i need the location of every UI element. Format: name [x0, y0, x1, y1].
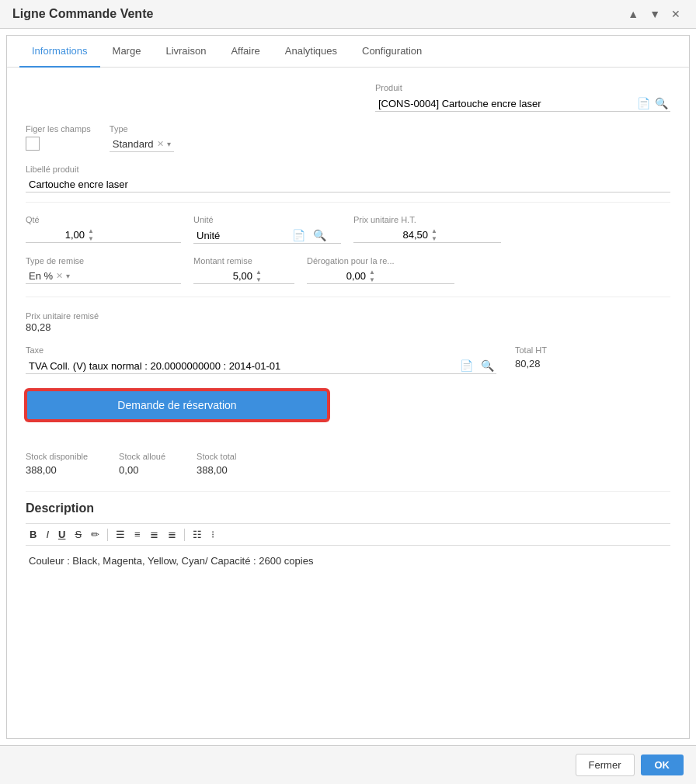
libelle-input[interactable] — [26, 177, 670, 193]
type-arrow-icon[interactable]: ▾ — [167, 140, 171, 148]
prix-ht-label: Prix unitaire H.T. — [353, 215, 501, 224]
stock-total-value: 388,00 — [197, 464, 236, 476]
tab-analytiques[interactable]: Analytiques — [273, 36, 350, 68]
remise-row: Type de remise En % ✕ ▾ Montant remise ▲… — [26, 256, 670, 284]
tab-informations[interactable]: Informations — [19, 36, 100, 68]
derogation-input[interactable] — [307, 269, 369, 283]
price-field: Prix unitaire H.T. ▲ ▼ — [353, 215, 501, 243]
unit-doc-icon[interactable]: 📄 — [290, 227, 308, 243]
align-left-button[interactable]: ☰ — [112, 527, 129, 542]
montant-up-icon[interactable]: ▲ — [256, 269, 262, 276]
toolbar-separator-1 — [107, 529, 108, 541]
produit-doc-icon[interactable]: 📄 — [635, 95, 652, 111]
derogation-up-icon[interactable]: ▲ — [369, 269, 375, 276]
type-remise-arrow-icon[interactable]: ▾ — [66, 272, 70, 280]
type-field: Type Standard ✕ ▾ — [110, 124, 174, 152]
type-remise-select: En % ✕ ▾ — [26, 269, 181, 284]
montant-remise-input[interactable] — [193, 269, 256, 283]
minimize-button[interactable]: ▲ — [625, 6, 642, 22]
unit-field: Unité 📄 🔍 — [193, 215, 341, 244]
tab-livraison[interactable]: Livraison — [153, 36, 218, 68]
unit-input-wrap: 📄 🔍 — [193, 227, 341, 244]
taxe-search-icon[interactable]: 🔍 — [478, 358, 496, 373]
derogation-down-icon[interactable]: ▼ — [369, 276, 375, 284]
montant-down-icon[interactable]: ▼ — [256, 276, 262, 284]
prix-remise-row: Prix unitaire remisé 80,28 — [26, 310, 670, 333]
prix-ht-input[interactable] — [353, 227, 431, 242]
brush-button[interactable]: ✏ — [87, 527, 103, 542]
main-window: Ligne Commande Vente ▲ ▼ ✕ Informations … — [0, 0, 696, 784]
underline-button[interactable]: U — [54, 527, 69, 542]
unit-search-icon[interactable]: 🔍 — [311, 227, 329, 243]
justify-button[interactable]: ≣ — [164, 527, 180, 542]
total-ht-label: Total HT — [515, 345, 670, 355]
type-clear-icon[interactable]: ✕ — [157, 139, 164, 149]
type-value: Standard — [113, 138, 154, 150]
prix-ht-input-wrap: ▲ ▼ — [353, 227, 501, 243]
libelle-row: Libellé produit — [26, 165, 670, 203]
tab-affaire[interactable]: Affaire — [218, 36, 272, 68]
figer-field: Figer les champs — [26, 124, 91, 151]
qty-input[interactable] — [26, 227, 88, 242]
unit-label: Unité — [193, 215, 341, 224]
figer-label: Figer les champs — [26, 124, 91, 134]
unordered-list-button[interactable]: ⁝ — [207, 527, 218, 542]
ordered-list-button[interactable]: ☷ — [189, 527, 206, 542]
stock-dispo-item: Stock disponible 388,00 — [26, 452, 88, 476]
taxe-field: Taxe 📄 🔍 — [26, 345, 496, 374]
montant-spinner[interactable]: ▲ ▼ — [256, 269, 262, 283]
prix-ht-spinner[interactable]: ▲ ▼ — [431, 227, 437, 242]
reservation-button[interactable]: Demande de réservation — [26, 390, 329, 421]
prix-down-icon[interactable]: ▼ — [431, 235, 437, 243]
type-select-wrap: Standard ✕ ▾ — [110, 137, 174, 152]
stock-alloue-label: Stock alloué — [119, 452, 165, 461]
montant-remise-field: Montant remise ▲ ▼ — [193, 256, 294, 284]
total-field: Total HT 80,28 — [515, 345, 670, 369]
figer-checkbox[interactable] — [26, 137, 40, 151]
italic-button[interactable]: I — [42, 527, 53, 542]
strikethrough-button[interactable]: S — [71, 527, 85, 542]
type-remise-field: Type de remise En % ✕ ▾ — [26, 256, 181, 284]
stock-alloue-item: Stock alloué 0,00 — [119, 452, 165, 476]
tab-marge[interactable]: Marge — [100, 36, 154, 68]
qty-spinner[interactable]: ▲ ▼ — [88, 227, 94, 242]
align-center-button[interactable]: ≡ — [130, 527, 144, 542]
ok-button[interactable]: OK — [641, 755, 684, 775]
qty-down-icon[interactable]: ▼ — [88, 235, 94, 243]
prix-remise-value: 80,28 — [26, 321, 670, 333]
produit-row: Produit 📄 🔍 — [26, 83, 670, 112]
align-right-button[interactable]: ≣ — [146, 527, 162, 542]
produit-input-wrap: 📄 🔍 — [375, 95, 670, 112]
type-remise-clear-icon[interactable]: ✕ — [56, 271, 63, 281]
prix-up-icon[interactable]: ▲ — [431, 227, 437, 235]
produit-search-icon[interactable]: 🔍 — [652, 95, 670, 111]
fermer-button[interactable]: Fermer — [576, 754, 635, 776]
footer: Fermer OK — [0, 745, 696, 784]
tab-configuration[interactable]: Configuration — [350, 36, 434, 68]
tab-content: Produit 📄 🔍 Figer les champs Type — [7, 68, 689, 738]
produit-label: Produit — [375, 83, 670, 92]
tab-bar: Informations Marge Livraison Affaire Ana… — [7, 36, 689, 68]
derogation-spinner[interactable]: ▲ ▼ — [369, 269, 375, 283]
qty-unit-price-row: Qté ▲ ▼ Unité 📄 🔍 — [26, 215, 670, 244]
qty-up-icon[interactable]: ▲ — [88, 227, 94, 235]
taxe-doc-icon[interactable]: 📄 — [458, 358, 475, 373]
qty-label: Qté — [26, 215, 181, 224]
description-text[interactable]: Couleur : Black, Magenta, Yellow, Cyan/ … — [26, 552, 670, 583]
stock-row: Stock disponible 388,00 Stock alloué 0,0… — [26, 452, 670, 476]
description-section: Description B I U S ✏ ☰ ≡ ≣ ≣ ☷ ⁝ — [26, 491, 670, 583]
taxe-total-row: Taxe 📄 🔍 Total HT 80,28 — [26, 345, 670, 374]
taxe-input[interactable] — [26, 359, 454, 373]
derogation-input-wrap: ▲ ▼ — [307, 269, 454, 284]
unit-input[interactable] — [193, 228, 287, 243]
close-button[interactable]: ✕ — [668, 6, 684, 22]
bold-button[interactable]: B — [26, 527, 40, 542]
montant-remise-input-wrap: ▲ ▼ — [193, 269, 294, 284]
prix-remise-label: Prix unitaire remisé — [26, 311, 99, 321]
stock-total-label: Stock total — [197, 452, 236, 461]
type-remise-value: En % — [29, 270, 53, 282]
qty-input-wrap: ▲ ▼ — [26, 227, 181, 243]
window-title: Ligne Commande Vente — [12, 7, 153, 21]
restore-button[interactable]: ▼ — [646, 6, 663, 22]
produit-input[interactable] — [375, 96, 635, 111]
